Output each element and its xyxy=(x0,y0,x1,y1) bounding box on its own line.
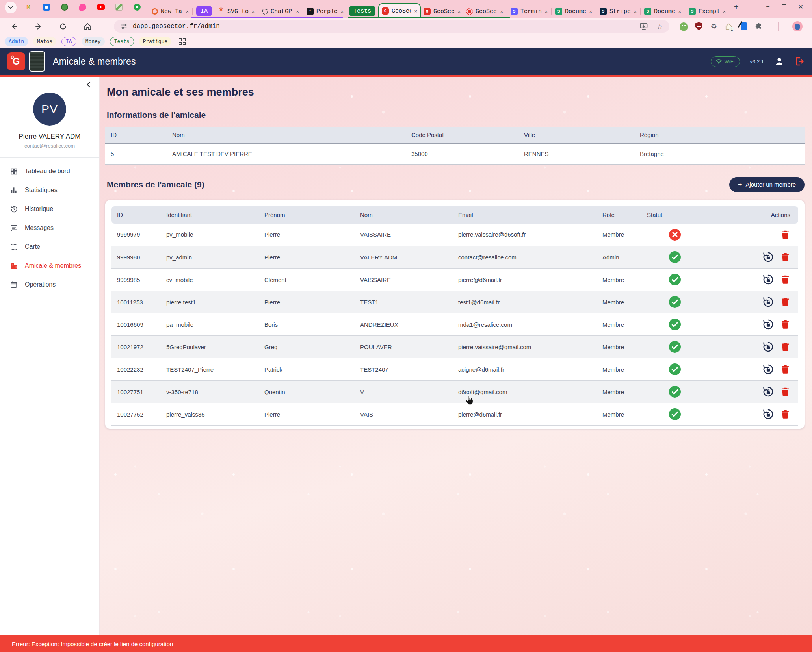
tab-close-icon[interactable]: × xyxy=(544,9,548,15)
tab-svg-to[interactable]: * SVG to × xyxy=(215,5,257,18)
delete-member-button[interactable] xyxy=(780,297,790,307)
design-pinned-tab-icon[interactable] xyxy=(79,3,87,11)
delete-member-button[interactable] xyxy=(780,342,790,352)
forward-button[interactable] xyxy=(35,22,43,30)
home-extension-badge: 1 xyxy=(729,27,734,32)
maximize-button[interactable] xyxy=(782,4,786,9)
tab-close-icon[interactable]: × xyxy=(678,9,681,15)
tab-new-tab[interactable]: New Ta × xyxy=(149,5,191,18)
url-text[interactable]: dapp.geosector.fr/admin xyxy=(133,23,220,30)
bookmark-ia[interactable]: IA xyxy=(61,37,76,46)
sidebar-item-carte[interactable]: Carte xyxy=(0,237,99,256)
bookmark-pratique[interactable]: Pratique xyxy=(139,37,171,46)
delete-member-button[interactable] xyxy=(780,319,790,330)
sidebar-item-messages[interactable]: Messages xyxy=(0,219,99,237)
reset-password-button[interactable] xyxy=(762,341,774,353)
pen-extension-icon[interactable] xyxy=(740,22,748,31)
youtube-pinned-tab-icon[interactable] xyxy=(97,3,105,11)
reset-password-button[interactable] xyxy=(762,274,774,285)
delete-member-button[interactable] xyxy=(780,274,790,285)
map-pinned-tab-icon[interactable] xyxy=(115,3,123,11)
tab-terminal-docs[interactable]: S Termin × xyxy=(508,5,550,18)
tab-exemple[interactable]: S Exempl × xyxy=(686,5,728,18)
reset-password-button[interactable] xyxy=(762,296,774,308)
sidebar-item-operations[interactable]: Opérations xyxy=(0,275,99,294)
bar-chart-icon xyxy=(9,186,18,194)
error-message: Erreur: Exception: Impossible de créer l… xyxy=(12,641,173,647)
reset-password-button[interactable] xyxy=(762,386,774,398)
browser-profile-avatar[interactable] xyxy=(792,21,803,31)
install-app-icon[interactable] xyxy=(640,23,648,30)
tab-documentation-2[interactable]: S Docume × xyxy=(641,5,684,18)
add-member-button[interactable]: + Ajouter un membre xyxy=(729,177,805,192)
sidebar-item-tableau-de-bord[interactable]: Tableau de bord xyxy=(0,162,99,181)
tab-perplexity[interactable]: * Perple × xyxy=(304,5,346,18)
sidebar-collapse-icon[interactable] xyxy=(86,82,91,88)
bookmark-tests[interactable]: Tests xyxy=(110,37,134,46)
delete-member-button[interactable] xyxy=(780,364,790,374)
bookmark-matos[interactable]: Matos xyxy=(33,37,56,46)
adblock-shield-extension-icon[interactable] xyxy=(695,22,703,31)
reset-password-button[interactable] xyxy=(762,251,774,263)
home-button[interactable] xyxy=(84,22,92,31)
tab-geosector-active[interactable]: G GeoSec × xyxy=(378,3,421,18)
tab-close-icon[interactable]: × xyxy=(634,9,637,15)
bookmark-money[interactable]: Money xyxy=(82,37,105,46)
window-close-button[interactable]: ✕ xyxy=(798,3,803,11)
delete-member-button[interactable] xyxy=(780,387,790,397)
tab-close-icon[interactable]: × xyxy=(186,9,189,15)
messenger-pinned-tab-icon[interactable] xyxy=(133,3,141,11)
site-settings-icon[interactable] xyxy=(120,23,127,30)
calendar-pinned-tab-icon[interactable] xyxy=(43,3,50,11)
new-tab-button[interactable]: + xyxy=(734,2,739,11)
delete-member-button[interactable] xyxy=(780,409,790,419)
user-account-icon[interactable] xyxy=(774,56,784,67)
status-active-icon xyxy=(669,386,681,398)
tab-chatgpt[interactable]: ChatGP × xyxy=(259,5,302,18)
sidebar-item-historique[interactable]: Historique xyxy=(0,200,99,219)
back-button[interactable] xyxy=(10,22,18,30)
address-bar[interactable]: dapp.geosector.fr/admin ☆ xyxy=(114,20,669,33)
tab-close-icon[interactable]: × xyxy=(296,9,299,15)
app-title: Amicale & membres xyxy=(53,56,136,67)
tab-close-icon[interactable]: × xyxy=(340,9,344,15)
tab-stripe[interactable]: S Stripe × xyxy=(597,5,639,18)
gmail-pinned-tab-icon[interactable]: M xyxy=(24,3,32,11)
tab-close-icon[interactable]: × xyxy=(414,8,417,14)
tab-group-ia[interactable]: IA xyxy=(196,6,212,16)
tab-close-icon[interactable]: × xyxy=(500,9,503,15)
delete-member-button[interactable] xyxy=(780,252,790,262)
home-extension-icon[interactable]: 1 xyxy=(725,22,733,31)
reset-password-button[interactable] xyxy=(762,363,774,375)
reset-password-button[interactable] xyxy=(762,319,774,330)
recycle-extension-icon[interactable]: ♻ xyxy=(710,22,718,31)
tab-geosector-3[interactable]: GeoSec × xyxy=(463,5,506,18)
ghostery-extension-icon[interactable] xyxy=(680,22,688,31)
tab-search-chevron-icon[interactable] xyxy=(5,2,17,13)
bookmark-star-icon[interactable]: ☆ xyxy=(656,22,663,31)
bookmark-admin[interactable]: Admin xyxy=(5,37,28,46)
table-row: 9999985 cv_mobile Clément VAISSAIRE pier… xyxy=(111,269,798,291)
nature-pinned-tab-icon[interactable] xyxy=(61,3,69,11)
extensions-puzzle-icon[interactable] xyxy=(754,22,763,31)
reload-button[interactable] xyxy=(59,22,67,30)
bookmark-apps-grid-icon[interactable] xyxy=(179,38,186,45)
wifi-status-badge: WiFi xyxy=(711,56,740,67)
sidebar-item-amicale-membres[interactable]: Amicale & membres xyxy=(0,256,99,275)
s-blue-favicon: S xyxy=(511,8,518,15)
app-version: v3.2.1 xyxy=(750,59,764,65)
tab-close-icon[interactable]: × xyxy=(457,9,461,15)
tabs-container: New Ta × IA * SVG to × ChatGP × * Perple… xyxy=(149,0,728,18)
delete-member-button[interactable] xyxy=(780,230,790,240)
reset-password-button[interactable] xyxy=(762,408,774,420)
tab-close-icon[interactable]: × xyxy=(251,9,255,15)
window-controls: − ✕ xyxy=(762,3,812,15)
tab-documentation-1[interactable]: S Docume × xyxy=(552,5,595,18)
tab-group-tests[interactable]: Tests xyxy=(349,6,375,16)
minimize-button[interactable]: − xyxy=(766,3,769,10)
tab-geosector-2[interactable]: G GeoSec × xyxy=(421,5,463,18)
tab-close-icon[interactable]: × xyxy=(723,9,726,15)
tab-close-icon[interactable]: × xyxy=(589,9,592,15)
sidebar-item-statistiques[interactable]: Statistiques xyxy=(0,181,99,200)
logout-icon[interactable] xyxy=(795,57,805,66)
